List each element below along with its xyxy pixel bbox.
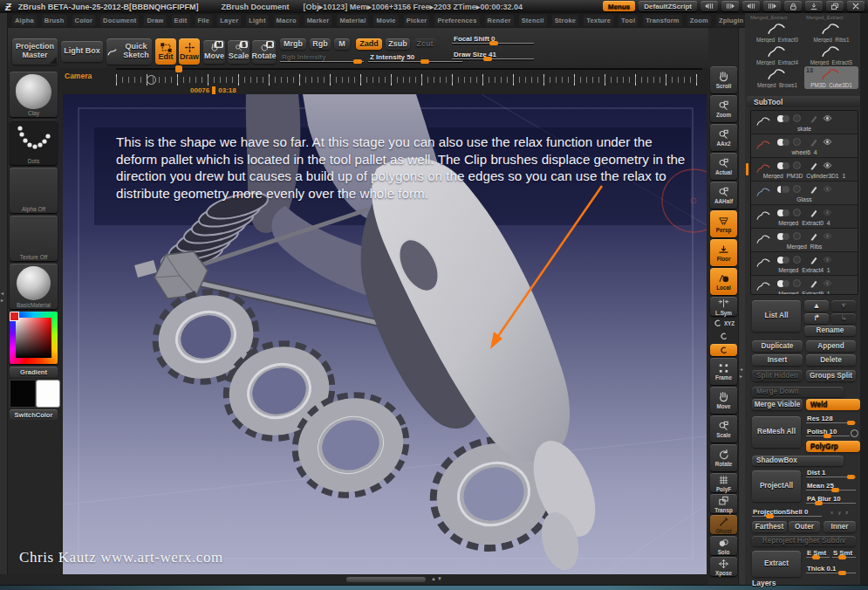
visibility-eye-icon[interactable] bbox=[823, 208, 832, 217]
menu-item[interactable]: Stroke bbox=[552, 15, 579, 26]
draw-size-slider[interactable]: Draw Size 41 bbox=[452, 51, 534, 62]
layers-section-header[interactable]: Layers bbox=[752, 579, 776, 587]
menu-item[interactable]: Macro bbox=[274, 15, 299, 26]
merge-visible-button[interactable]: Merge Visible bbox=[752, 399, 803, 410]
rename-button[interactable]: Rename bbox=[804, 326, 856, 336]
copy-subtool-button[interactable]: ↱ bbox=[804, 313, 829, 324]
divider-arrow-right-icon[interactable]: ▸ bbox=[1, 298, 3, 303]
merge-down-button[interactable]: Merge Down bbox=[752, 387, 844, 397]
material-selector[interactable]: BasicMaterial bbox=[10, 264, 58, 309]
move-down-button[interactable]: ▼ bbox=[831, 300, 856, 312]
left-tray-divider[interactable]: ◂ ▸ bbox=[0, 13, 8, 585]
menu-item[interactable]: Brush bbox=[42, 15, 67, 26]
right-shelf-button[interactable]: AAx2 bbox=[710, 124, 737, 151]
menu-item[interactable]: Draw bbox=[144, 15, 166, 26]
project-all-button[interactable]: ProjectAll bbox=[752, 470, 801, 502]
inner-button[interactable]: Inner bbox=[824, 521, 856, 532]
uv-toggle-icon[interactable] bbox=[793, 232, 801, 240]
right-shelf-button[interactable]: Scale bbox=[710, 415, 737, 442]
right-shelf-button[interactable]: Transp bbox=[710, 494, 737, 513]
visibility-eye-icon[interactable] bbox=[823, 113, 832, 123]
subtool-row[interactable]: skate bbox=[751, 111, 858, 134]
default-zscript-button[interactable]: DefaultZScript bbox=[639, 1, 697, 11]
horizontal-scrollbar-thumb[interactable] bbox=[346, 577, 426, 582]
right-shelf-button[interactable]: Move bbox=[710, 387, 737, 414]
pa-blur-slider[interactable]: PA Blur 10 bbox=[806, 495, 856, 505]
remesh-all-button[interactable]: ReMesh All bbox=[752, 416, 801, 448]
menu-item[interactable]: Material bbox=[337, 15, 368, 26]
right-shelf-button[interactable]: Zoom bbox=[710, 95, 737, 122]
polish-slider[interactable]: Polish 10 bbox=[806, 428, 850, 438]
menu-item[interactable]: Transform bbox=[643, 15, 681, 26]
sculpt-brush-icon[interactable] bbox=[810, 208, 819, 217]
s-smt-slider[interactable]: S Smt bbox=[832, 549, 856, 559]
current-brush-thumbnail[interactable]: Clay bbox=[10, 72, 58, 117]
divider-arrow-left-icon[interactable]: ◂ bbox=[740, 367, 742, 372]
right-shelf-button[interactable]: Ghost bbox=[710, 515, 737, 534]
color-picker[interactable] bbox=[10, 312, 58, 364]
menu-item[interactable]: Light bbox=[246, 15, 268, 26]
append-button[interactable]: Append bbox=[806, 340, 856, 352]
tray-bars-right-icon[interactable] bbox=[721, 1, 739, 11]
switch-color-button[interactable]: SwitchColor bbox=[10, 409, 58, 420]
menu-item[interactable]: Render bbox=[485, 15, 514, 26]
right-shelf-button[interactable]: XYZ bbox=[710, 318, 737, 329]
menu-item[interactable]: Edit bbox=[172, 15, 190, 26]
rgb-button[interactable]: Rgb bbox=[310, 38, 331, 50]
collapse-left-tray-icon[interactable] bbox=[742, 1, 760, 11]
right-shelf-button[interactable]: L.Sym bbox=[710, 297, 737, 316]
reproject-button[interactable]: Reproject Higher Subdiv bbox=[752, 536, 856, 546]
right-shelf-button[interactable]: Xpose bbox=[710, 557, 737, 576]
outer-button[interactable]: Outer bbox=[789, 521, 820, 532]
right-shelf-button[interactable]: Local bbox=[710, 268, 737, 295]
tool-thumbnail[interactable]: Merged_Brows1 bbox=[750, 66, 804, 89]
mrgb-button[interactable]: Mrgb bbox=[280, 38, 306, 50]
menu-item[interactable]: Stencil bbox=[519, 15, 547, 26]
shelf-scroll-nub[interactable] bbox=[175, 65, 182, 72]
visibility-eye-icon[interactable] bbox=[823, 278, 832, 288]
m-button[interactable]: M bbox=[334, 38, 350, 50]
main-color-swatch[interactable] bbox=[10, 380, 36, 408]
move-up-button[interactable]: ▲ bbox=[804, 300, 829, 312]
camera-label[interactable]: Camera bbox=[65, 72, 92, 80]
right-shelf-button[interactable]: Frame bbox=[710, 358, 737, 385]
uv-toggle-icon[interactable] bbox=[793, 114, 801, 122]
uv-toggle-icon[interactable] bbox=[793, 256, 801, 264]
dist-slider[interactable]: Dist 1 bbox=[806, 469, 856, 479]
light-box-button[interactable]: Light Box bbox=[61, 41, 103, 62]
right-shelf-button[interactable]: AAHalf bbox=[710, 182, 737, 209]
playhead-icon[interactable] bbox=[212, 86, 215, 94]
insert-button[interactable]: Insert bbox=[752, 354, 803, 366]
lock-icon[interactable] bbox=[784, 1, 802, 11]
scrollbar-arrows-icon[interactable]: ▲▼ bbox=[431, 576, 443, 581]
e-smt-slider[interactable]: E Smt bbox=[806, 549, 830, 559]
visibility-eye-icon[interactable] bbox=[823, 231, 832, 241]
tray-bars-left-icon[interactable] bbox=[701, 1, 718, 11]
menu-item[interactable]: Zoom bbox=[687, 15, 711, 26]
menu-item[interactable]: Marker bbox=[304, 15, 332, 26]
right-shelf-button[interactable]: Rotate bbox=[710, 444, 737, 471]
right-shelf-button[interactable]: Persp bbox=[710, 210, 737, 237]
sculpt-brush-icon[interactable] bbox=[810, 255, 819, 264]
secondary-color-swatch[interactable] bbox=[36, 380, 60, 408]
uv-toggle-icon[interactable] bbox=[793, 185, 801, 193]
split-hidden-button[interactable]: Split Hidden bbox=[752, 370, 803, 381]
right-shelf-button[interactable]: Floor bbox=[710, 239, 737, 266]
uv-toggle-icon[interactable] bbox=[793, 138, 801, 146]
tool-thumbnail[interactable]: Merged_Ribs1 bbox=[804, 21, 858, 44]
move-button[interactable]: M Move bbox=[203, 40, 225, 64]
visibility-eye-icon[interactable] bbox=[823, 161, 832, 170]
stroke-selector[interactable]: Dots bbox=[10, 120, 58, 165]
menus-button[interactable]: Menus bbox=[603, 1, 635, 11]
shadowbox-button[interactable]: ShadowBox bbox=[752, 456, 844, 466]
subtool-scroll-marker[interactable] bbox=[746, 163, 748, 175]
extract-button[interactable]: Extract bbox=[752, 551, 801, 577]
minimize-icon[interactable] bbox=[805, 1, 823, 11]
visibility-eye-icon[interactable] bbox=[823, 137, 832, 147]
subtool-row[interactable]: Merged_PM3D_Cylinder3D1_1 bbox=[751, 158, 858, 182]
sculpt-brush-icon[interactable] bbox=[810, 184, 819, 194]
menu-item[interactable]: Zplugin bbox=[716, 15, 746, 26]
subtool-row[interactable]: Glass bbox=[751, 182, 858, 205]
zsub-button[interactable]: Zsub bbox=[386, 38, 410, 50]
rotate-button[interactable]: R Rotate bbox=[252, 40, 276, 64]
